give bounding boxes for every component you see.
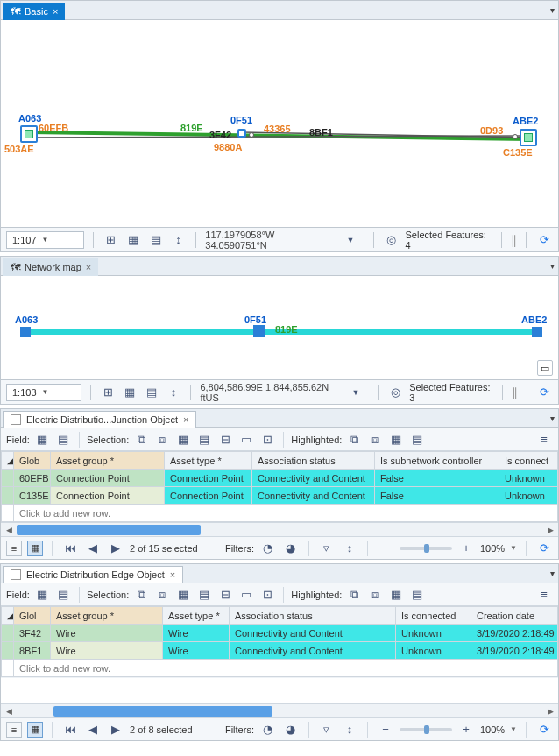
sort-icon[interactable]: ↕ bbox=[341, 540, 358, 557]
col-assoc-status[interactable]: Association status bbox=[230, 607, 396, 625]
field-btn-2[interactable]: ▤ bbox=[54, 431, 72, 449]
show-selected-button[interactable]: ▦ bbox=[27, 541, 43, 556]
table-row[interactable]: 60EFB Connection Point Connection Point … bbox=[2, 470, 558, 487]
sel-btn-7[interactable]: ⊡ bbox=[258, 431, 276, 449]
sel-btn-7[interactable]: ⊡ bbox=[258, 586, 276, 604]
col-assoc-status[interactable]: Association status bbox=[252, 452, 375, 470]
hl-btn-1[interactable]: ⧉ bbox=[345, 586, 363, 604]
hl-btn-4[interactable]: ▤ bbox=[408, 586, 426, 604]
field-btn-1[interactable]: ▦ bbox=[33, 586, 51, 604]
tab-basic[interactable]: 🗺 Basic × bbox=[3, 3, 65, 20]
filter-icon[interactable]: ▿ bbox=[318, 721, 336, 738]
add-row[interactable]: Click to add new row. bbox=[2, 505, 558, 522]
tab-network-map[interactable]: 🗺 Network map × bbox=[3, 258, 98, 276]
sel-btn-4[interactable]: ▤ bbox=[195, 431, 213, 449]
sel-btn-6[interactable]: ▭ bbox=[237, 586, 255, 604]
col-asset-type[interactable]: Asset type * bbox=[163, 607, 230, 625]
sel-btn-1[interactable]: ⧉ bbox=[132, 586, 150, 604]
show-all-button[interactable]: ≡ bbox=[6, 541, 22, 556]
row-handle-header[interactable]: ◢ bbox=[2, 452, 14, 470]
sel-btn-1[interactable]: ⧉ bbox=[132, 431, 150, 449]
toolbar-menu-icon[interactable]: ≡ bbox=[535, 586, 553, 604]
panel-menu-icon[interactable]: ▾ bbox=[550, 413, 555, 423]
close-icon[interactable]: × bbox=[170, 569, 175, 580]
prev-record-icon[interactable]: ◀ bbox=[84, 540, 102, 557]
col-is-conn[interactable]: Is connected bbox=[396, 607, 471, 625]
panel-menu-icon[interactable]: ▾ bbox=[550, 5, 555, 15]
refresh-icon[interactable]: ⟳ bbox=[535, 540, 553, 557]
filter-btn-1[interactable]: ◔ bbox=[259, 540, 277, 557]
sel-btn-2[interactable]: ⧈ bbox=[153, 586, 171, 604]
sel-btn-6[interactable]: ▭ bbox=[237, 431, 255, 449]
sel-btn-5[interactable]: ⊟ bbox=[216, 586, 234, 604]
selection-icon[interactable]: ◎ bbox=[387, 384, 404, 401]
pause-icon[interactable]: ∥ bbox=[511, 233, 517, 247]
show-selected-button[interactable]: ▦ bbox=[27, 722, 43, 738]
scroll-left-icon[interactable]: ◀ bbox=[3, 525, 15, 535]
tool-btn-2[interactable]: ▦ bbox=[124, 231, 142, 249]
filter-btn-1[interactable]: ◔ bbox=[259, 721, 277, 738]
col-asset-type[interactable]: Asset type * bbox=[165, 452, 252, 470]
sel-btn-3[interactable]: ▦ bbox=[174, 586, 192, 604]
tool-btn-3[interactable]: ▤ bbox=[144, 384, 160, 401]
chevron-down-icon[interactable]: ▼ bbox=[510, 725, 517, 733]
tool-btn-1[interactable]: ⊞ bbox=[103, 231, 120, 249]
table-row[interactable]: 3F42 Wire Wire Connectivity and Content … bbox=[2, 625, 558, 642]
sel-btn-5[interactable]: ⊟ bbox=[216, 431, 234, 449]
col-asset-group[interactable]: Asset group * bbox=[51, 607, 163, 625]
zoom-slider[interactable] bbox=[400, 547, 452, 550]
tool-btn-4[interactable]: ↕ bbox=[170, 231, 188, 249]
add-row[interactable]: Click to add new row. bbox=[2, 660, 558, 677]
zoom-slider[interactable] bbox=[400, 728, 452, 731]
prev-record-icon[interactable]: ◀ bbox=[84, 721, 102, 738]
node-0F51[interactable] bbox=[237, 129, 246, 138]
show-all-button[interactable]: ≡ bbox=[6, 722, 22, 738]
first-record-icon[interactable]: ⏮ bbox=[61, 721, 79, 738]
map1-canvas[interactable]: A063 60EFB 503AE 819E 3F42 0F51 43365 98… bbox=[1, 20, 558, 227]
scroll-left-icon[interactable]: ◀ bbox=[3, 706, 15, 717]
scroll-thumb[interactable] bbox=[53, 706, 272, 717]
filter-btn-2[interactable]: ◕ bbox=[282, 721, 300, 738]
hl-btn-3[interactable]: ▦ bbox=[387, 431, 405, 449]
coord-dropdown-icon[interactable]: ▼ bbox=[347, 384, 364, 401]
hl-btn-2[interactable]: ⧈ bbox=[366, 586, 384, 604]
tab-junction-object[interactable]: Electric Distributio...Junction Object × bbox=[3, 411, 196, 428]
sel-btn-4[interactable]: ▤ bbox=[195, 586, 213, 604]
sort-icon[interactable]: ↕ bbox=[341, 721, 358, 738]
col-asset-group[interactable]: Asset group * bbox=[51, 452, 165, 470]
zoom-in-icon[interactable]: + bbox=[457, 540, 475, 557]
scroll-right-icon[interactable]: ▶ bbox=[544, 525, 556, 535]
refresh-icon[interactable]: ⟳ bbox=[535, 721, 553, 738]
tool-btn-4[interactable]: ↕ bbox=[166, 384, 182, 401]
node-0F51[interactable] bbox=[253, 325, 265, 337]
hl-btn-1[interactable]: ⧉ bbox=[345, 431, 363, 449]
table-row[interactable]: 8BF1 Wire Wire Connectivity and Content … bbox=[2, 642, 558, 660]
close-icon[interactable]: × bbox=[183, 414, 188, 425]
col-glob[interactable]: Glol bbox=[14, 607, 51, 625]
close-icon[interactable]: × bbox=[86, 262, 91, 272]
sel-btn-2[interactable]: ⧈ bbox=[153, 431, 171, 449]
overview-icon[interactable]: ▭ bbox=[537, 360, 553, 376]
scale-combo[interactable]: 1:103 ▼ bbox=[6, 384, 81, 401]
col-creation[interactable]: Creation date bbox=[471, 607, 558, 625]
row-handle-header[interactable]: ◢ bbox=[2, 607, 14, 625]
col-glob[interactable]: Glob bbox=[14, 452, 51, 470]
filter-btn-2[interactable]: ◕ bbox=[282, 540, 300, 557]
first-record-icon[interactable]: ⏮ bbox=[61, 540, 79, 557]
panel-menu-icon[interactable]: ▾ bbox=[550, 261, 555, 271]
refresh-icon[interactable]: ⟳ bbox=[535, 231, 553, 249]
zoom-out-icon[interactable]: − bbox=[377, 540, 394, 557]
refresh-icon[interactable]: ⟳ bbox=[536, 384, 553, 401]
next-record-icon[interactable]: ▶ bbox=[107, 721, 124, 738]
h-scrollbar[interactable]: ◀ ▶ bbox=[1, 522, 558, 536]
h-scrollbar[interactable]: ◀ ▶ bbox=[1, 703, 558, 717]
tool-btn-1[interactable]: ⊞ bbox=[100, 384, 117, 401]
selection-icon[interactable]: ◎ bbox=[383, 231, 400, 249]
node-A063[interactable] bbox=[20, 327, 31, 337]
hl-btn-3[interactable]: ▦ bbox=[387, 586, 405, 604]
tab-edge-object[interactable]: Electric Distribution Edge Object × bbox=[3, 566, 183, 583]
panel-menu-icon[interactable]: ▾ bbox=[550, 569, 555, 578]
field-btn-2[interactable]: ▤ bbox=[54, 586, 72, 604]
table-row[interactable]: C135E Connection Point Connection Point … bbox=[2, 487, 558, 505]
col-is-subnet[interactable]: Is subnetwork controller bbox=[375, 452, 499, 470]
